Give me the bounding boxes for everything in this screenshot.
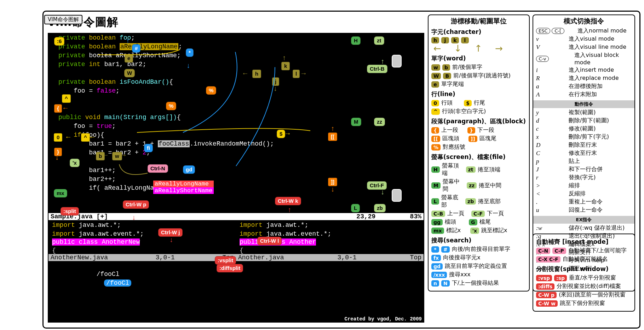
- key-j: j: [441, 37, 449, 43]
- split-right: import java.awt.*;import java.awt.event.…: [236, 221, 424, 238]
- key-badge-k: k: [281, 62, 290, 70]
- key-badge-CtrlWl: Ctrl-W l: [257, 237, 282, 245]
- key-badge-fi: fi: [144, 144, 153, 152]
- key-badge-0: 0: [54, 133, 62, 142]
- arrow-icon: →: [248, 237, 252, 245]
- key-badge-vsplit: :vsplit: [215, 256, 236, 265]
- key-badge-gd: gd: [183, 165, 195, 174]
- status-left: AnotherNew.java3,0-1Top: [48, 254, 236, 261]
- key-badge-CtrlN: Ctrl-N: [148, 164, 168, 173]
- diff-line-left: public class AnotherNew: [52, 238, 140, 246]
- screen-edge-icon: [392, 55, 402, 67]
- code-line: private boolea aReallyShortName;: [48, 51, 424, 60]
- search-hint: /fooCl: [104, 279, 131, 287]
- key-badge-x: 'x: [70, 159, 80, 167]
- key-W: W: [431, 73, 441, 79]
- key-badge-w: w: [112, 152, 122, 160]
- arrow-icon: →: [121, 151, 126, 159]
- key-badge-H: H: [351, 36, 361, 45]
- key-badge-L: L: [351, 204, 360, 212]
- key-badge-: *: [186, 48, 194, 57]
- arrow-icon: ←: [243, 70, 247, 78]
- code-line: bar1++;: [48, 166, 424, 175]
- code-line: private boolean isFooAndBar(){: [48, 78, 424, 87]
- code-line: private boolean foo;: [48, 34, 424, 42]
- key-badge-zt: zt: [374, 36, 384, 45]
- key-badge-e: e: [125, 54, 133, 63]
- key-badge-CtrlWk: Ctrl-W k: [275, 197, 301, 205]
- code-line: foo = false;: [48, 87, 424, 95]
- key-badge-CtrlWp: Ctrl-W p: [123, 200, 149, 209]
- key-badge-M: M: [351, 118, 361, 126]
- panel-motion: 游標移動/範圍單位 字元(character) hjkl ← ↓ ↑ → 單字(…: [428, 14, 530, 291]
- arrow-icon: ←: [103, 151, 108, 159]
- key-badge-diffsplit: :diffsplit: [217, 264, 243, 272]
- autocomplete-popup: aReallyLongName aReallyShortName: [153, 181, 214, 194]
- key-e: e: [431, 81, 439, 88]
- key-badge-W: W: [124, 69, 135, 77]
- arrow-icon: ↑: [330, 125, 335, 133]
- arrow-icon: ↑: [287, 206, 292, 214]
- key-badge-zb: zb: [374, 204, 386, 212]
- code-line: [48, 104, 424, 113]
- key-badge-: ^: [81, 133, 90, 142]
- arrow-icon: ↓: [169, 236, 173, 244]
- arrow-icon: ←: [90, 133, 94, 141]
- arrow-icon: ↓: [273, 85, 277, 93]
- key-b: b: [442, 64, 450, 71]
- arrow-icon: ↓: [186, 62, 190, 70]
- key-badge-: $: [277, 130, 285, 138]
- key-badge-6: :6: [54, 37, 64, 46]
- cmdline: /fooCl: [97, 271, 120, 278]
- arrow-icon: ↑: [126, 37, 130, 45]
- arrow-icon: →: [301, 70, 306, 78]
- key-badge-: {: [54, 104, 62, 113]
- key-badge-: #: [132, 44, 140, 53]
- status-right: Another.java3,0-1Top: [236, 254, 424, 261]
- key-l: l: [461, 37, 469, 43]
- code-line: public void main(String args[]){: [48, 113, 424, 122]
- arrow-icon: ↓: [330, 185, 335, 194]
- key-h: h: [431, 37, 439, 43]
- arrow-icon: ←: [66, 133, 70, 141]
- code-editor: private boolean foo;private boolean aRea…: [48, 33, 424, 323]
- key-badge-: [[: [328, 132, 337, 141]
- key-badge-: %: [206, 86, 216, 95]
- key-badge-: ]]: [328, 178, 337, 186]
- key-badge-CtrlWj: Ctrl-W j: [158, 228, 183, 237]
- credit: Created by vgod, Dec. 2009: [345, 316, 422, 322]
- panel-autocomplete: 自動補齊 [insert mode] C-NC-P自動補齊下/上個可能字C-X …: [533, 234, 635, 312]
- key-badge-: ^: [62, 94, 71, 103]
- key-B: B: [443, 73, 451, 79]
- key-k: k: [451, 37, 459, 43]
- key-badge-CtrlB: Ctrl-B: [367, 65, 387, 73]
- arrow-icon: ←: [63, 104, 68, 112]
- page-title: vim命令圖解: [48, 14, 424, 30]
- code-line: bar1 = bar2 + 1 + fooClass.invokeRandomM…: [48, 140, 424, 148]
- code-line: [48, 95, 424, 104]
- arrow-icon: ↑: [380, 58, 385, 66]
- arrow-icon: →: [286, 130, 290, 138]
- code-line: if(foo){: [48, 131, 424, 140]
- split-left: import java.awt.*;import java.awt.event.…: [48, 221, 236, 238]
- arrow-icon: ↓: [132, 214, 136, 222]
- key-badge-l: l: [293, 70, 300, 78]
- arrow-icon: ↓: [380, 188, 385, 196]
- status-bar: Sample.java [+] 23,29 83%: [48, 213, 424, 220]
- key-badge-mx: mx: [54, 189, 67, 198]
- code-line: foo = true;: [48, 122, 424, 131]
- key-badge-h: h: [252, 70, 261, 78]
- key-badge-split: :split: [61, 207, 79, 216]
- arrow-icon: ↑: [282, 54, 286, 62]
- key-badge-: %: [166, 102, 176, 110]
- arrow-icon: ↓: [55, 154, 59, 162]
- window-tab: VIM命令图解: [44, 15, 82, 24]
- key-w: w: [431, 64, 440, 71]
- code-line: private boolean aReallyLongName;: [48, 42, 424, 51]
- key-badge-zz: zz: [374, 118, 385, 126]
- screen-edge-icon: [392, 189, 402, 202]
- main-frame: vim命令圖解 private boolean foo;private bool…: [42, 11, 640, 329]
